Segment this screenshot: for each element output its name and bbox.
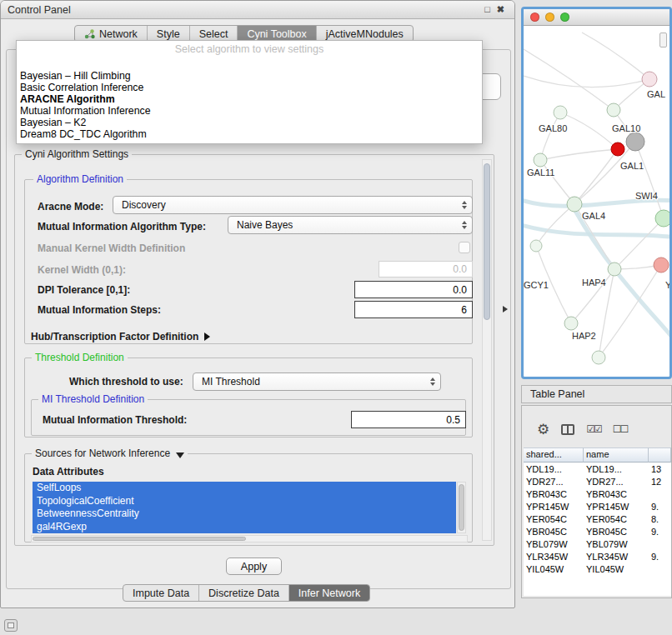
- network-scrollbar-fragment[interactable]: [659, 32, 667, 48]
- aracne-mode-combobox[interactable]: Discovery: [113, 196, 473, 214]
- network-edge[interactable]: [536, 204, 574, 246]
- algorithm-option[interactable]: Bayesian – Hill Climbing: [17, 70, 482, 82]
- node-table-header: shared...name: [524, 448, 671, 462]
- network-edge[interactable]: [540, 160, 574, 204]
- unselect-all-columns-icon[interactable]: ☐☐: [613, 424, 628, 434]
- list-vertical-scrollbar[interactable]: [457, 482, 466, 533]
- column-header[interactable]: shared...: [524, 448, 584, 462]
- table-row[interactable]: YDR27...YDR27...12: [524, 475, 671, 488]
- network-node[interactable]: [611, 142, 624, 156]
- gear-icon[interactable]: ⚙: [537, 422, 549, 437]
- network-edge[interactable]: [574, 142, 635, 204]
- network-canvas[interactable]: GALGAL80GAL10GAL11GAL1SWI4GAL4GCY1HAP4YH…: [524, 26, 669, 377]
- scrollbar-thumb[interactable]: [484, 163, 490, 320]
- table-panel-header[interactable]: Table Panel: [521, 385, 672, 403]
- column-header[interactable]: name: [584, 448, 649, 462]
- data-attribute-item[interactable]: SelfLoops: [33, 482, 456, 495]
- algorithm-option[interactable]: Mutual Information Inference: [17, 105, 482, 117]
- network-edge[interactable]: [574, 149, 618, 204]
- mi-algorithm-type-value: Naive Bayes: [237, 219, 462, 231]
- table-cell: YDR27...: [524, 477, 584, 487]
- tab-label: Impute Data: [133, 588, 189, 599]
- algorithm-definition-title: Algorithm Definition: [33, 173, 127, 185]
- network-node[interactable]: [642, 72, 657, 87]
- node-label: GAL1: [620, 161, 644, 171]
- table-row[interactable]: YER054CYER054C8.: [524, 512, 671, 525]
- network-edge[interactable]: [575, 211, 669, 341]
- network-view-window: GALGAL80GAL10GAL11GAL1SWI4GAL4GCY1HAP4YH…: [521, 7, 672, 379]
- zoom-traffic-light[interactable]: [560, 12, 569, 22]
- data-attribute-item[interactable]: gal4RGexp: [33, 521, 456, 534]
- table-cell: YER054C: [584, 514, 649, 524]
- control-panel-titlebar[interactable]: Control Panel □ ✖: [1, 1, 514, 19]
- data-attribute-item[interactable]: BetweennessCentrality: [33, 508, 456, 521]
- network-node[interactable]: [655, 210, 669, 227]
- column-header[interactable]: [649, 448, 671, 462]
- table-cell: YDL19...: [584, 464, 649, 474]
- data-attribute-item[interactable]: TopologicalCoefficient: [33, 495, 456, 508]
- algorithm-option[interactable]: ARACNE Algorithm: [17, 93, 482, 105]
- scrollbar-thumb[interactable]: [33, 537, 246, 541]
- close-traffic-light[interactable]: [530, 12, 539, 22]
- sources-group-title[interactable]: Sources for Network Inference: [32, 448, 188, 459]
- network-edge[interactable]: [560, 112, 618, 149]
- network-node[interactable]: [626, 132, 644, 151]
- select-all-columns-icon[interactable]: ☑☑: [586, 424, 601, 434]
- network-node[interactable]: [608, 262, 621, 276]
- tab-discretize-data[interactable]: Discretize Data: [199, 585, 289, 601]
- table-row[interactable]: YBR045CYBR045C9.: [524, 525, 671, 538]
- apply-button[interactable]: Apply: [226, 558, 282, 575]
- network-edge[interactable]: [635, 142, 664, 218]
- dpi-tolerance-field[interactable]: 0.0: [354, 281, 473, 298]
- mi-threshold-group-title: MI Threshold Definition: [38, 393, 148, 405]
- network-node[interactable]: [530, 240, 542, 252]
- mi-steps-label: Mutual Information Steps:: [38, 304, 161, 316]
- hub-definition-toggle[interactable]: Hub/Transcription Factor Definition: [31, 331, 210, 342]
- network-node[interactable]: [554, 106, 567, 119]
- table-row[interactable]: YBL079WYBL079W: [524, 538, 671, 550]
- algorithm-option[interactable]: Basic Correlation Inference: [17, 82, 482, 93]
- network-edge[interactable]: [540, 112, 560, 160]
- mi-steps-value: 6: [461, 304, 467, 316]
- close-window-icon[interactable]: ✖: [494, 3, 508, 16]
- kernel-width-field[interactable]: 0.0: [379, 261, 473, 278]
- minimize-traffic-light[interactable]: [545, 12, 554, 22]
- node-label: GAL: [647, 89, 665, 99]
- table-row[interactable]: YBR043CYBR043C: [524, 488, 671, 500]
- network-node[interactable]: [654, 258, 669, 272]
- tab-impute-data[interactable]: Impute Data: [123, 585, 199, 601]
- float-window-icon[interactable]: □: [481, 3, 494, 16]
- table-row[interactable]: YLR345WYLR345W9.: [524, 550, 671, 562]
- network-edge[interactable]: [540, 149, 618, 160]
- tab-infer-network[interactable]: Infer Network: [289, 585, 369, 601]
- algorithm-option[interactable]: Dream8 DC_TDC Algorithm: [17, 128, 482, 140]
- manual-kernel-checkbox[interactable]: [459, 242, 470, 253]
- table-row[interactable]: YIL045WYIL045W: [524, 562, 671, 575]
- mi-threshold-field[interactable]: 0.5: [351, 411, 466, 428]
- table-row[interactable]: YPR145WYPR145W9.: [524, 500, 671, 512]
- table-cell: YBR045C: [524, 527, 584, 537]
- network-node[interactable]: [607, 103, 620, 117]
- list-horizontal-scrollbar[interactable]: [31, 535, 468, 542]
- splitter-arrow[interactable]: [503, 306, 508, 312]
- settings-vertical-scrollbar[interactable]: [482, 159, 492, 541]
- table-row[interactable]: YDL19...YDL19...13: [524, 462, 671, 475]
- network-node[interactable]: [564, 317, 578, 330]
- network-edge[interactable]: [582, 32, 649, 79]
- which-threshold-combobox[interactable]: MI Threshold: [193, 372, 441, 391]
- mi-steps-field[interactable]: 6: [354, 301, 473, 318]
- network-node[interactable]: [592, 351, 605, 364]
- network-node[interactable]: [567, 197, 582, 212]
- network-window-titlebar[interactable]: [524, 9, 669, 26]
- expanded-arrow-icon: [176, 452, 184, 458]
- network-edge[interactable]: [524, 76, 649, 88]
- table-cell: YPR145W: [524, 502, 584, 512]
- network-node[interactable]: [534, 153, 547, 167]
- scrollbar-thumb[interactable]: [459, 484, 464, 531]
- tab-label: Style: [157, 28, 180, 40]
- mi-algorithm-type-combobox[interactable]: Naive Bayes: [228, 216, 473, 234]
- columns-icon[interactable]: [561, 424, 574, 435]
- algorithm-option[interactable]: Bayesian – K2: [17, 117, 482, 128]
- minimized-panel-icon[interactable]: [4, 619, 18, 632]
- manual-kernel-label: Manual Kernel Width Definition: [38, 242, 185, 254]
